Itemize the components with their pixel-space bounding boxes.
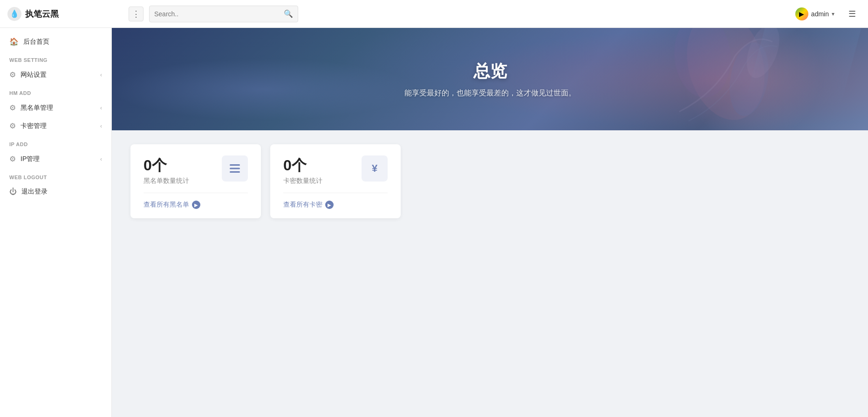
ip-arrow-icon: ‹ bbox=[100, 156, 102, 162]
search-icon[interactable]: 🔍 bbox=[284, 9, 293, 18]
sidebar-item-ip[interactable]: ⚙ IP管理 ‹ bbox=[0, 150, 111, 168]
svg-rect-6 bbox=[230, 171, 240, 173]
sidebar-logout-label: 退出登录 bbox=[21, 188, 102, 196]
card-divider-cardkey bbox=[283, 193, 388, 193]
view-blacklist-link[interactable]: 查看所有黑名单 ▶ bbox=[144, 201, 248, 209]
yen-icon: ¥ bbox=[368, 161, 382, 175]
search-input[interactable] bbox=[154, 10, 284, 18]
sidebar-blacklist-label: 黑名单管理 bbox=[21, 104, 96, 112]
sidebar-home-label: 后台首页 bbox=[23, 38, 102, 46]
web-setting-arrow-icon: ‹ bbox=[100, 72, 102, 78]
sidebar-section-hm-add: HM ADD bbox=[0, 84, 111, 99]
card-top-blacklist: 0个 黑名单数量统计 bbox=[144, 155, 248, 185]
sidebar-section-ip-add: IP ADD bbox=[0, 135, 111, 150]
cardkey-count: 0个 bbox=[283, 155, 322, 176]
view-cardkey-link[interactable]: 查看所有卡密 ▶ bbox=[283, 201, 388, 209]
view-blacklist-text: 查看所有黑名单 bbox=[144, 201, 189, 209]
card-divider-blacklist bbox=[144, 193, 248, 193]
sidebar: 🏠 后台首页 WEB SETTING ⚙ 网站设置 ‹ HM ADD ⚙ 黑名单… bbox=[0, 28, 112, 417]
svg-rect-5 bbox=[230, 168, 240, 169]
cardkey-label: 卡密数量统计 bbox=[283, 177, 322, 185]
card-arrow-icon: ‹ bbox=[100, 123, 102, 129]
sidebar-section-logout: WEB LOGOUT bbox=[0, 168, 111, 183]
blacklist-count-area: 0个 黑名单数量统计 bbox=[144, 155, 189, 185]
sidebar-section-web-setting: WEB SETTING bbox=[0, 51, 111, 66]
card-top-cardkey: 0个 卡密数量统计 ¥ bbox=[283, 155, 388, 185]
card-icon: ⚙ bbox=[9, 121, 16, 130]
sidebar-item-card[interactable]: ⚙ 卡密管理 ‹ bbox=[0, 117, 111, 135]
logo-icon: 💧 bbox=[7, 7, 21, 21]
sidebar-item-logout[interactable]: ⏻ 退出登录 bbox=[0, 183, 111, 201]
cardkey-link-arrow-icon: ▶ bbox=[325, 201, 334, 209]
hamburger-menu-button[interactable]: ☰ bbox=[844, 6, 861, 22]
ip-icon: ⚙ bbox=[9, 155, 16, 163]
blacklist-label: 黑名单数量统计 bbox=[144, 177, 189, 185]
blacklist-count: 0个 bbox=[144, 155, 189, 176]
cardkey-stat-card: 0个 卡密数量统计 ¥ 查看所有卡密 ▶ bbox=[270, 144, 401, 218]
header-center: ⋮ 🔍 bbox=[119, 6, 792, 22]
svg-text:¥: ¥ bbox=[372, 162, 378, 174]
banner-title: 总览 bbox=[404, 60, 576, 83]
banner: 总览 能享受最好的，也能享受最差的，这才做见过世面。 bbox=[112, 28, 868, 130]
blacklist-arrow-icon: ‹ bbox=[100, 105, 102, 111]
user-name-label: admin bbox=[811, 10, 829, 18]
sidebar-ip-label: IP管理 bbox=[21, 155, 96, 163]
banner-text-area: 总览 能享受最好的，也能享受最差的，这才做见过世面。 bbox=[404, 60, 576, 98]
user-avatar: ▶ bbox=[795, 7, 808, 20]
chevron-down-icon: ▾ bbox=[832, 11, 834, 17]
logout-icon: ⏻ bbox=[9, 188, 17, 196]
blacklist-icon-box bbox=[222, 155, 248, 182]
top-header: 💧 执笔云黑 ⋮ 🔍 ▶ admin ▾ ☰ bbox=[0, 0, 868, 28]
sidebar-web-setting-label: 网站设置 bbox=[21, 71, 96, 79]
list-icon bbox=[228, 162, 241, 175]
svg-rect-4 bbox=[230, 164, 240, 166]
search-bar: 🔍 bbox=[149, 6, 298, 22]
user-menu-button[interactable]: ▶ admin ▾ bbox=[792, 6, 838, 22]
blacklist-stat-card: 0个 黑名单数量统计 查看所有黑名单 ▶ bbox=[130, 144, 261, 218]
sidebar-card-label: 卡密管理 bbox=[21, 122, 96, 130]
blacklist-icon: ⚙ bbox=[9, 103, 16, 112]
sidebar-item-home[interactable]: 🏠 后台首页 bbox=[0, 33, 111, 51]
blacklist-link-arrow-icon: ▶ bbox=[192, 201, 200, 209]
cardkey-count-area: 0个 卡密数量统计 bbox=[283, 155, 322, 185]
cards-area: 0个 黑名单数量统计 查看所有黑名单 ▶ bbox=[112, 130, 868, 232]
logo-area: 💧 执笔云黑 bbox=[7, 7, 119, 21]
sidebar-item-web-setting[interactable]: ⚙ 网站设置 ‹ bbox=[0, 66, 111, 84]
header-right: ▶ admin ▾ ☰ bbox=[792, 6, 861, 22]
sidebar-item-blacklist[interactable]: ⚙ 黑名单管理 ‹ bbox=[0, 99, 111, 117]
main-content: 总览 能享受最好的，也能享受最差的，这才做见过世面。 0个 黑名单数量统计 bbox=[112, 28, 868, 417]
home-icon: 🏠 bbox=[9, 37, 19, 46]
web-setting-icon: ⚙ bbox=[9, 70, 16, 79]
banner-subtitle: 能享受最好的，也能享受最差的，这才做见过世面。 bbox=[404, 88, 576, 98]
view-cardkey-text: 查看所有卡密 bbox=[283, 201, 322, 209]
three-dots-button[interactable]: ⋮ bbox=[129, 7, 144, 21]
main-layout: 🏠 后台首页 WEB SETTING ⚙ 网站设置 ‹ HM ADD ⚙ 黑名单… bbox=[0, 28, 868, 417]
cardkey-icon-box: ¥ bbox=[362, 155, 388, 182]
logo-text: 执笔云黑 bbox=[25, 8, 59, 20]
